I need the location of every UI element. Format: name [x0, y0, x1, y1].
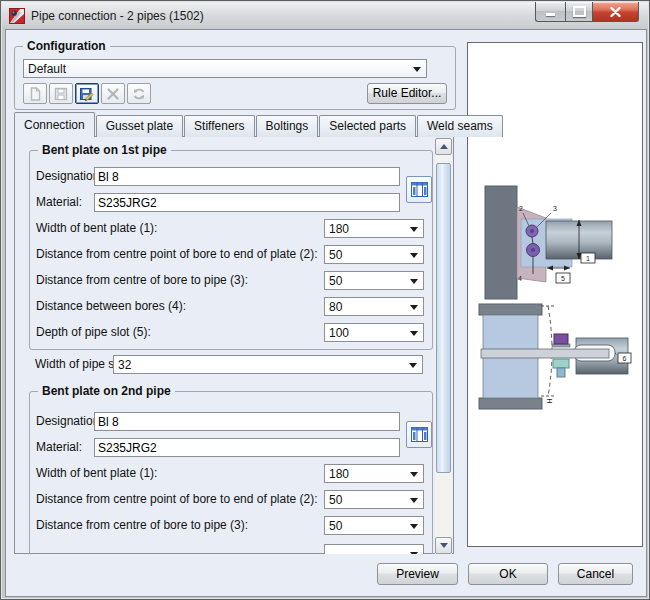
- connection-tab-panel: Bent plate on 1st pipe Designation: Mate…: [14, 136, 454, 554]
- g2-bore-to-end-combobox[interactable]: 50: [324, 490, 424, 509]
- field-row: Width of bent plate (1): 180: [30, 464, 432, 483]
- configuration-group-label: Configuration: [23, 39, 110, 53]
- g2-material-input[interactable]: [94, 438, 400, 457]
- tab-connection[interactable]: Connection: [14, 112, 95, 137]
- g1-bore-to-end-combobox[interactable]: 50: [324, 245, 424, 264]
- dim-label-3: 3: [553, 205, 557, 212]
- dim-label-2: 2: [519, 205, 523, 212]
- combobox-value: 180: [329, 467, 349, 481]
- configuration-combobox[interactable]: Default: [23, 59, 427, 78]
- minimize-button[interactable]: [535, 2, 565, 22]
- ok-button[interactable]: OK: [468, 563, 548, 585]
- tab-gusset-plate[interactable]: Gusset plate: [96, 115, 183, 137]
- designation-label: Designation:: [36, 169, 103, 183]
- field-label: Depth of pipe slot (5):: [36, 325, 151, 339]
- chevron-down-icon: [409, 363, 417, 368]
- chevron-down-icon: [410, 524, 418, 529]
- scrollbar-thumb[interactable]: [436, 163, 451, 473]
- maximize-icon: [573, 6, 586, 17]
- bent-plate-1st-pipe-group-title: Bent plate on 1st pipe: [38, 143, 171, 157]
- g1-material-input[interactable]: [94, 193, 400, 212]
- save-configuration-button: [49, 83, 73, 104]
- refresh-configuration-button: [127, 83, 151, 104]
- dim-label-1: 1: [586, 255, 590, 262]
- app-icon: [9, 8, 25, 24]
- save-as-icon: [79, 86, 95, 102]
- g2-clipped-combobox[interactable]: [324, 544, 424, 554]
- rule-editor-button[interactable]: Rule Editor...: [367, 83, 447, 104]
- close-icon: [610, 7, 621, 17]
- combobox-value: 80: [329, 300, 342, 314]
- bent-plate-2nd-pipe-group: Bent plate on 2nd pipe Designation: Mate…: [29, 391, 433, 554]
- height-label: H: [546, 398, 553, 403]
- delete-configuration-button: [101, 83, 125, 104]
- delete-icon: [105, 86, 121, 102]
- field-row: Distance from centre point of bore to en…: [30, 490, 432, 509]
- field-label: Width of bent plate (1):: [36, 466, 157, 480]
- material-label: Material:: [36, 440, 82, 454]
- field-row: Distance from centre of bore to pipe (3)…: [30, 271, 432, 290]
- g1-bore-to-pipe-combobox[interactable]: 50: [324, 271, 424, 290]
- combobox-value: 100: [329, 326, 349, 340]
- window-controls: [535, 2, 639, 22]
- title-bar[interactable]: Pipe connection - 2 pipes (1502): [2, 2, 648, 29]
- tab-strip: Connection Gusset plate Stiffeners Bolti…: [14, 112, 503, 137]
- material-row: Material:: [30, 193, 432, 212]
- dim-label-5: 5: [561, 275, 565, 282]
- tab-boltings[interactable]: Boltings: [256, 115, 319, 137]
- material-label: Material:: [36, 195, 82, 209]
- save-as-configuration-button[interactable]: [75, 83, 99, 104]
- chevron-down-icon: [410, 498, 418, 503]
- field-label: Distance from centre point of bore to en…: [36, 247, 317, 261]
- configuration-group: Configuration Default: [14, 46, 456, 110]
- field-label: Distance from centre point of bore to en…: [36, 492, 317, 506]
- g1-profile-catalog-button[interactable]: [406, 176, 432, 203]
- g2-width-of-bent-plate-combobox[interactable]: 180: [324, 464, 424, 483]
- tab-stiffeners[interactable]: Stiffeners: [184, 115, 254, 137]
- chevron-down-icon: [410, 227, 418, 232]
- combobox-value: 50: [329, 248, 342, 262]
- chevron-down-icon: [410, 279, 418, 284]
- vertical-scrollbar[interactable]: [435, 138, 452, 554]
- chevron-down-icon: [413, 67, 421, 72]
- configuration-toolbar: [23, 83, 151, 104]
- chevron-down-icon: [410, 552, 418, 554]
- combobox-value: 50: [329, 274, 342, 288]
- g2-bore-to-pipe-combobox[interactable]: 50: [324, 516, 424, 535]
- scroll-up-icon: [440, 144, 448, 149]
- g1-designation-input[interactable]: [94, 167, 400, 186]
- g1-distance-between-bores-combobox[interactable]: 80: [324, 297, 424, 316]
- tab-weld-seams[interactable]: Weld seams: [417, 115, 503, 137]
- scroll-down-icon: [440, 543, 448, 548]
- designation-row: Designation:: [30, 412, 432, 431]
- dialog-window: Pipe connection - 2 pipes (1502) Configu…: [0, 0, 650, 600]
- field-row: Distance between bores (4): 80: [30, 297, 432, 316]
- close-button[interactable]: [593, 2, 639, 22]
- scroll-up-button[interactable]: [435, 138, 452, 155]
- width-of-pipe-slot-row: Width of pipe slot (6): 32: [16, 355, 437, 374]
- form-scroll-viewport: Bent plate on 1st pipe Designation: Mate…: [16, 138, 437, 554]
- maximize-button[interactable]: [565, 2, 593, 22]
- bent-plate-1st-pipe-group: Bent plate on 1st pipe Designation: Mate…: [29, 150, 433, 350]
- tab-selected-parts[interactable]: Selected parts: [319, 115, 416, 137]
- g1-depth-of-pipe-slot-combobox[interactable]: 100: [324, 323, 424, 342]
- g1-width-of-bent-plate-combobox[interactable]: 180: [324, 219, 424, 238]
- field-row: Distance from centre point of bore to en…: [30, 245, 432, 264]
- save-icon: [53, 86, 69, 102]
- scroll-down-button[interactable]: [435, 537, 452, 554]
- g2-designation-input[interactable]: [94, 412, 400, 431]
- field-label: Width of bent plate (1):: [36, 221, 157, 235]
- cancel-button[interactable]: Cancel: [558, 563, 633, 585]
- chevron-down-icon: [410, 472, 418, 477]
- chevron-down-icon: [410, 331, 418, 336]
- combobox-value: 32: [118, 358, 131, 372]
- width-of-pipe-slot-combobox[interactable]: 32: [113, 355, 423, 374]
- g2-profile-catalog-button[interactable]: [406, 421, 432, 448]
- dim-label-6: 6: [623, 355, 627, 362]
- field-label: Distance between bores (4):: [36, 299, 186, 313]
- new-configuration-button: [23, 83, 47, 104]
- preview-button[interactable]: Preview: [377, 563, 458, 585]
- profile-catalog-icon: [411, 427, 428, 442]
- field-label: Distance from centre of bore to pipe (3)…: [36, 518, 248, 532]
- refresh-icon: [131, 86, 147, 102]
